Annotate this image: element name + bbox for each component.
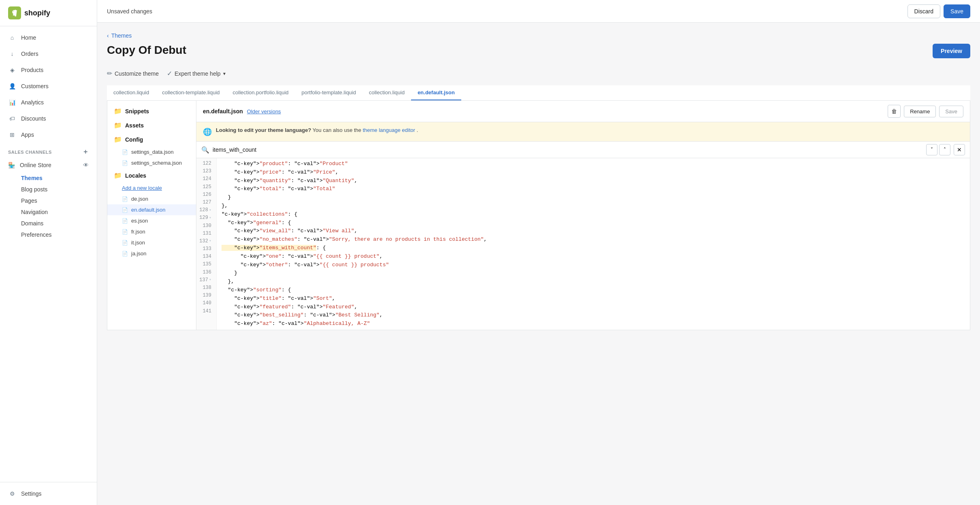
expert-help-link[interactable]: ✓ Expert theme help ▾ xyxy=(167,70,226,77)
line-number: 126 xyxy=(196,191,216,199)
line-number: 136 xyxy=(196,269,216,276)
line-number: 139 xyxy=(196,292,216,299)
code-editor[interactable]: 122123124125126127128▾129▾130131132▾1331… xyxy=(196,158,970,330)
unsaved-changes-label: Unsaved changes xyxy=(107,8,152,15)
theme-actions: ✏ Customize theme ✓ Expert theme help ▾ xyxy=(107,70,970,77)
line-number: 123 xyxy=(196,168,216,175)
code-line: "c-key">"best_selling": "c-val">"Best Se… xyxy=(222,311,970,320)
tree-file-it[interactable]: 📄 it.json xyxy=(107,237,196,248)
code-line: "c-key">"quantity": "c-val">"Quantity", xyxy=(222,177,970,185)
folder-assets[interactable]: 📁 Assets xyxy=(107,118,196,132)
code-line: "c-key">"no_matches": "c-val">"Sorry, th… xyxy=(222,236,970,244)
topbar: Unsaved changes Discard Save xyxy=(97,0,980,23)
sidebar-subitem-themes[interactable]: Themes xyxy=(0,172,97,184)
home-icon: ⌂ xyxy=(8,34,16,42)
sidebar-item-analytics[interactable]: 📊 Analytics xyxy=(0,94,97,110)
page-title: Copy Of Debut xyxy=(107,44,186,57)
sidebar-subitem-navigation[interactable]: Navigation xyxy=(0,206,97,218)
search-icon: 🔍 xyxy=(201,146,209,154)
save-code-button[interactable]: Save xyxy=(939,106,963,117)
sidebar-subitem-preferences[interactable]: Preferences xyxy=(0,229,97,240)
file-tab-3[interactable]: portfolio-template.liquid xyxy=(295,85,362,100)
file-icon: 📄 xyxy=(122,207,128,213)
tree-file-fr[interactable]: 📄 fr.json xyxy=(107,226,196,237)
sidebar-item-settings[interactable]: ⚙ Settings xyxy=(0,486,97,502)
tree-file-settings-schema[interactable]: 📄 settings_schema.json xyxy=(107,157,196,168)
sidebar-item-orders[interactable]: ↓ Orders xyxy=(0,46,97,62)
save-button[interactable]: Save xyxy=(944,4,970,18)
fold-icon: ▾ xyxy=(209,238,211,244)
sidebar-subitem-blog-posts[interactable]: Blog posts xyxy=(0,184,97,195)
add-locale-link[interactable]: Add a new locale xyxy=(107,182,196,193)
fold-icon: ▾ xyxy=(209,215,211,221)
add-sales-channel-icon[interactable]: ＋ xyxy=(82,148,89,156)
apps-icon: ⊞ xyxy=(8,131,16,139)
code-content: "c-key">"product": "c-val">"Product" "c-… xyxy=(217,158,970,330)
file-tab-2[interactable]: collection.portfolio.liquid xyxy=(226,85,295,100)
code-line: "c-key">"sorting": { xyxy=(222,286,970,295)
settings-label: Settings xyxy=(21,490,42,497)
folder-locales[interactable]: 📁 Locales xyxy=(107,168,196,182)
search-close-button[interactable]: ✕ xyxy=(954,144,965,155)
online-store-label: Online Store xyxy=(20,162,51,168)
folder-snippets[interactable]: 📁 Snippets xyxy=(107,104,196,118)
sidebar-item-discounts[interactable]: 🏷 Discounts xyxy=(0,110,97,127)
products-icon: ◈ xyxy=(8,66,16,74)
folder-config[interactable]: 📁 Config xyxy=(107,132,196,146)
sidebar-subitem-pages[interactable]: Pages xyxy=(0,195,97,206)
line-number: 129▾ xyxy=(196,214,216,222)
tree-file-es[interactable]: 📄 es.json xyxy=(107,215,196,226)
tree-file-ja[interactable]: 📄 ja.json xyxy=(107,248,196,259)
line-number: 133 xyxy=(196,245,216,253)
sidebar-item-discounts-label: Discounts xyxy=(21,115,46,122)
delete-button[interactable]: 🗑 xyxy=(888,105,901,118)
search-input[interactable] xyxy=(213,146,923,153)
tree-file-de[interactable]: 📄 de.json xyxy=(107,193,196,204)
eye-icon: 👁 xyxy=(83,162,89,168)
code-line: "c-key">"title": "c-val">"Sort", xyxy=(222,295,970,303)
sidebar-item-apps[interactable]: ⊞ Apps xyxy=(0,127,97,143)
file-tab-5[interactable]: en.default.json xyxy=(411,85,461,100)
info-banner: 🌐 Looking to edit your theme language? Y… xyxy=(196,122,970,142)
older-versions-link[interactable]: Older versions xyxy=(247,108,281,115)
sidebar-item-customers[interactable]: 👤 Customers xyxy=(0,78,97,94)
sidebar-nav: ⌂ Home ↓ Orders ◈ Products 👤 Customers 📊… xyxy=(0,26,97,482)
sidebar-item-analytics-label: Analytics xyxy=(21,99,44,106)
file-tab-1[interactable]: collection-template.liquid xyxy=(156,85,226,100)
code-header: en.default.json Older versions 🗑 Rename … xyxy=(196,101,970,122)
code-line: "c-key">"az": "c-val">"Alphabetically, A… xyxy=(222,320,970,328)
code-line: }, xyxy=(222,202,970,210)
folder-icon: 📁 xyxy=(114,172,122,179)
sidebar-item-products[interactable]: ◈ Products xyxy=(0,62,97,78)
file-tab-4[interactable]: collection.liquid xyxy=(362,85,411,100)
online-store-icon: 🏪 xyxy=(8,162,15,168)
code-line: "c-key">"featured": "c-val">"Featured", xyxy=(222,303,970,312)
theme-language-editor-link[interactable]: theme language editor xyxy=(363,127,415,133)
globe-icon: 🌐 xyxy=(203,127,212,136)
code-line: "c-key">"collections": { xyxy=(222,210,970,219)
sidebar-item-online-store[interactable]: 🏪 Online Store 👁 xyxy=(0,158,97,172)
preview-button[interactable]: Preview xyxy=(933,44,970,58)
sidebar-subitem-domains[interactable]: Domains xyxy=(0,218,97,229)
analytics-icon: 📊 xyxy=(8,98,16,106)
tree-file-settings-data[interactable]: 📄 settings_data.json xyxy=(107,146,196,157)
line-number: 128▾ xyxy=(196,206,216,214)
rename-button[interactable]: Rename xyxy=(904,106,936,117)
code-line: "c-key">"price": "c-val">"Price", xyxy=(222,168,970,177)
sidebar-item-home[interactable]: ⌂ Home xyxy=(0,30,97,46)
file-tab-0[interactable]: collection.liquid xyxy=(107,85,156,100)
discard-button[interactable]: Discard xyxy=(908,4,940,18)
breadcrumb[interactable]: ‹ Themes xyxy=(107,32,970,39)
file-icon: 📄 xyxy=(122,229,128,235)
info-banner-link-suffix: . xyxy=(417,127,418,133)
customize-theme-link[interactable]: ✏ Customize theme xyxy=(107,70,159,77)
expert-help-label: Expert theme help xyxy=(175,70,221,77)
line-number: 130 xyxy=(196,222,216,230)
folder-icon: 📁 xyxy=(114,136,122,143)
line-number: 124 xyxy=(196,175,216,183)
tree-file-en-default[interactable]: 📄 en.default.json xyxy=(107,204,196,215)
search-next-button[interactable]: ˄ xyxy=(939,144,950,155)
sidebar-item-products-label: Products xyxy=(21,67,43,73)
search-prev-button[interactable]: ˅ xyxy=(926,144,937,155)
line-numbers: 122123124125126127128▾129▾130131132▾1331… xyxy=(196,158,217,330)
